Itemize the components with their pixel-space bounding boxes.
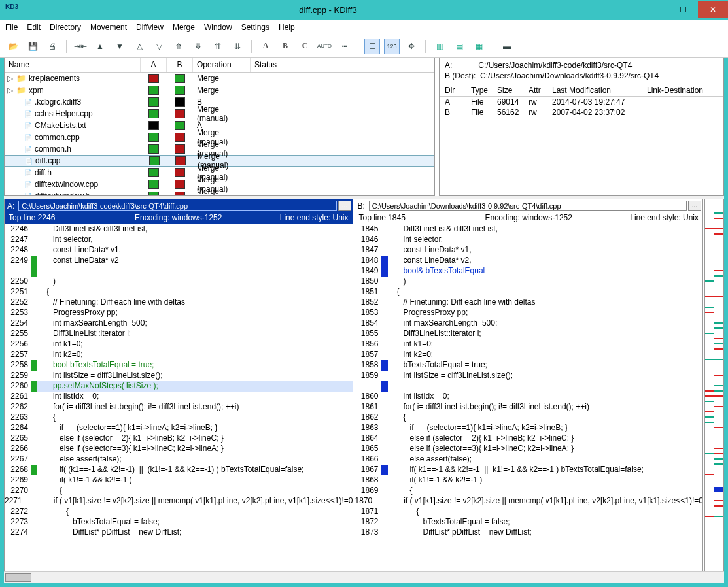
menu-file[interactable]: File: [5, 23, 18, 32]
code-line: 1873 DiffList* pDiffList = new DiffList;: [355, 528, 703, 538]
diff-pane-b: B: ... Top line 1845 Encoding: windows-1…: [355, 199, 704, 571]
down-icon[interactable]: ▽: [151, 39, 167, 54]
code-line: 1859 int listSize = diff3LineList.size()…: [355, 371, 703, 381]
code-line: 1871 {: [355, 507, 703, 517]
code-line: 1851{: [355, 287, 703, 297]
code-line: [5, 266, 353, 277]
menu-directory[interactable]: Directory: [50, 23, 81, 32]
pane-b-path-input[interactable]: [369, 201, 687, 211]
code-line: 1847 const LineData* v1,: [355, 245, 703, 256]
toggle-icon[interactable]: ▬: [499, 39, 515, 54]
pane-a-path-input[interactable]: [18, 201, 336, 211]
col-a[interactable]: A: [141, 58, 167, 72]
code-line: 2254 int maxSearchLength=500;: [5, 318, 353, 329]
code-line: 1867 if( k1==-1 && k2!=-1 || k1!=-1 && k…: [355, 465, 703, 475]
first-icon[interactable]: ⇈: [210, 39, 226, 54]
directory-tree-pane: Name A B Operation Status ▷📁kreplacement…: [4, 58, 435, 196]
col-op[interactable]: Operation: [193, 58, 251, 72]
menu-diffview[interactable]: Diffview: [136, 23, 164, 32]
info-row[interactable]: BFile56162rw2007-04-02 23:37:02: [440, 107, 723, 118]
last-icon[interactable]: ⇊: [230, 39, 245, 54]
diff-view: A: ... Top line 2246 Encoding: windows-1…: [4, 199, 724, 571]
col-status[interactable]: Status: [251, 58, 434, 72]
code-body-b[interactable]: 1845 Diff3LineList& diff3LineList,1846 i…: [355, 224, 703, 571]
ih-size[interactable]: Size: [497, 86, 529, 95]
tree-row[interactable]: 📄difftextwindow.hMerge (manual): [5, 190, 434, 195]
code-line: 2270 {: [5, 486, 353, 496]
code-line: 1869 {: [355, 486, 703, 496]
info-a-path: C:/Users/Joachim/kdiff3-code/kdiff3/src-…: [478, 61, 632, 70]
menu-help[interactable]: Help: [279, 23, 295, 32]
ih-link[interactable]: Link-Destination: [647, 86, 703, 95]
down-all-icon[interactable]: ⤋: [190, 39, 206, 54]
code-line: 2258 bool bTextsTotalEqual = true;: [5, 360, 353, 371]
code-line: 1854 int maxSearchLength=500;: [355, 318, 703, 329]
tree-body[interactable]: ▷📁kreplacementsMerge▷📁xpmMerge📄.kdbgrc.k…: [5, 73, 434, 195]
up-icon[interactable]: △: [131, 39, 147, 54]
down-diff-icon[interactable]: ▼: [112, 39, 128, 54]
goto-diff-icon[interactable]: ⇥⇤: [73, 39, 88, 54]
ih-mod[interactable]: Last Modification: [552, 86, 647, 95]
code-body-a[interactable]: 2246 Diff3LineList& diff3LineList,2247 i…: [5, 224, 353, 571]
pane-b-browse-button[interactable]: ...: [688, 201, 701, 211]
menu-merge[interactable]: Merge: [173, 23, 195, 32]
code-line: 1846 int selector,: [355, 235, 703, 245]
menu-movement[interactable]: Movement: [90, 23, 127, 32]
show-linenums-button[interactable]: 123: [384, 39, 400, 54]
info-a-label: A:: [445, 61, 452, 70]
diff-overview-strip[interactable]: [704, 199, 724, 571]
app-icon: KD3: [5, 3, 18, 16]
maximize-button[interactable]: ☐: [668, 1, 698, 18]
code-line: 2274 DiffList* pDiffList = new DiffList;: [5, 528, 353, 538]
horizontal-scrollbar[interactable]: [4, 571, 724, 583]
tree-row[interactable]: ▷📁xpmMerge: [5, 84, 434, 96]
code-line: 2256 int k1=0;: [5, 339, 353, 350]
file-info-pane: A: C:/Users/Joachim/kdiff3-code/kdiff3/s…: [439, 58, 724, 196]
code-line: 1872 bTextsTotalEqual = false;: [355, 517, 703, 528]
pane-b-topline: Top line 1845: [359, 213, 472, 224]
close-button[interactable]: ✕: [698, 1, 728, 18]
code-line: 2261 int listIdx = 0;: [5, 392, 353, 402]
save-icon[interactable]: 💾: [25, 39, 41, 54]
ih-attr[interactable]: Attr: [529, 86, 552, 95]
code-line: 1870 if ( v1[k1].size != v2[k2].size || …: [355, 496, 703, 507]
pane-a-encoding: Encoding: windows-1252: [122, 213, 235, 224]
menu-window[interactable]: Window: [204, 23, 232, 32]
wordwrap-icon[interactable]: ✥: [404, 39, 419, 54]
titlebar[interactable]: KD3 diff.cpp - KDiff3 — ☐ ✕: [0, 0, 728, 20]
up-all-icon[interactable]: ⤊: [171, 39, 186, 54]
select-c-button[interactable]: C: [297, 39, 313, 54]
split-c-icon[interactable]: ▦: [471, 39, 487, 54]
split-b-icon[interactable]: ▤: [451, 39, 467, 54]
code-line: 1866 else assert(false);: [355, 454, 703, 465]
code-line: 1868 if( k1!=-1 && k2!=-1 ): [355, 475, 703, 486]
show-whitespace-button[interactable]: ☐: [364, 39, 380, 54]
code-line: 2248 const LineData* v1,: [5, 245, 353, 256]
code-line: 1860 int listIdx = 0;: [355, 392, 703, 402]
tree-row[interactable]: ▷📁kreplacementsMerge: [5, 73, 434, 84]
auto-icon[interactable]: AUTO: [317, 39, 332, 54]
ih-dir[interactable]: Dir: [445, 86, 471, 95]
menu-settings[interactable]: Settings: [241, 23, 269, 32]
tree-row[interactable]: 📄ccInstHelper.cppMerge (manual): [5, 108, 434, 120]
split-a-icon[interactable]: ▥: [432, 39, 447, 54]
info-row[interactable]: AFile69014rw2014-07-03 19:27:47: [440, 97, 723, 107]
up-diff-icon[interactable]: ▲: [92, 39, 108, 54]
minimize-button[interactable]: —: [638, 1, 668, 18]
code-line: 2264 if (selector==1){ k1=i->lineA; k2=i…: [5, 423, 353, 433]
pane-a-browse-button[interactable]: ...: [338, 201, 351, 211]
ih-type[interactable]: Type: [471, 86, 497, 95]
unsolved-icon[interactable]: ┅: [336, 39, 352, 54]
col-name[interactable]: Name: [5, 58, 141, 72]
code-line: 2262 for( i= diff3LineList.begin(); i!= …: [5, 402, 353, 412]
code-line: 1863 if (selector==1){ k1=i->lineA; k2=i…: [355, 423, 703, 433]
pane-b-label: B:: [355, 201, 368, 210]
menu-edit[interactable]: Edit: [27, 23, 41, 32]
col-b[interactable]: B: [167, 58, 193, 72]
select-b-button[interactable]: B: [277, 39, 293, 54]
code-line: 2250 ): [5, 277, 353, 287]
select-a-button[interactable]: A: [258, 39, 273, 54]
code-line: 1852 // Finetuning: Diff each line with …: [355, 297, 703, 308]
print-icon[interactable]: 🖨: [44, 39, 60, 54]
open-icon[interactable]: 📂: [5, 39, 21, 54]
